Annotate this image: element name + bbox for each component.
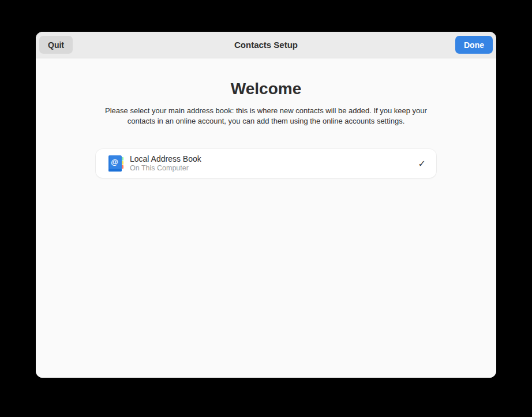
address-book-labels: Local Address Book On This Computer bbox=[130, 154, 201, 173]
description-text: Please select your main address book: th… bbox=[92, 106, 440, 126]
address-book-name: Local Address Book bbox=[130, 154, 201, 164]
address-book-icon: @ bbox=[107, 154, 125, 173]
done-button[interactable]: Done bbox=[455, 36, 493, 54]
check-icon: ✓ bbox=[418, 158, 426, 169]
address-book-location: On This Computer bbox=[130, 164, 201, 173]
window-title: Contacts Setup bbox=[36, 40, 496, 50]
quit-button[interactable]: Quit bbox=[39, 36, 73, 54]
header-bar: Quit Contacts Setup Done bbox=[36, 32, 496, 58]
main-content: Welcome Please select your main address … bbox=[36, 58, 496, 378]
contacts-setup-window: Quit Contacts Setup Done Welcome Please … bbox=[36, 32, 496, 378]
at-glyph: @ bbox=[111, 158, 118, 166]
welcome-heading: Welcome bbox=[231, 80, 301, 98]
address-book-row[interactable]: @ Local Address Book On This Computer ✓ bbox=[96, 149, 436, 178]
address-book-list: @ Local Address Book On This Computer ✓ bbox=[96, 149, 436, 178]
